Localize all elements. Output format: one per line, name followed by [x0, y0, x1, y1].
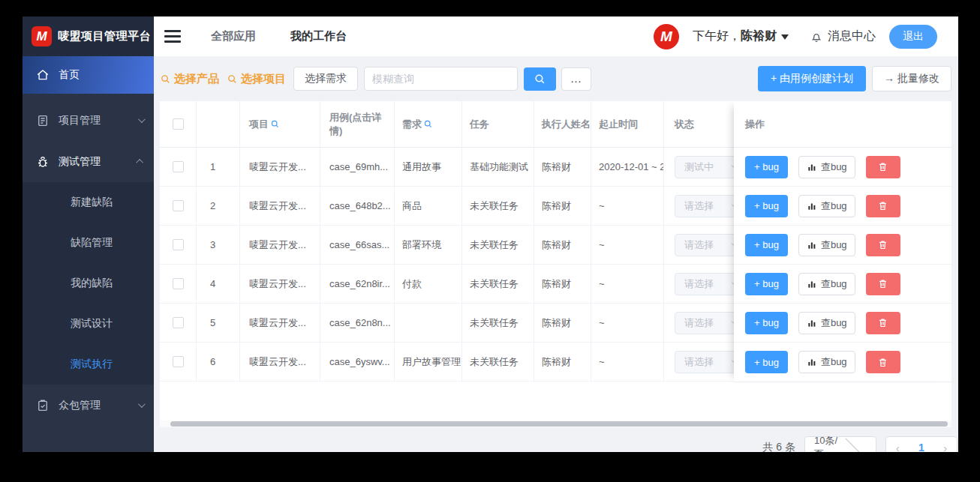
view-bug-button[interactable]: 查bug [798, 273, 855, 295]
delete-button[interactable] [866, 234, 900, 256]
cell-project: 唛盟云开发... [240, 226, 320, 264]
cell-requirement: 商品 [395, 187, 462, 225]
page-size-value: 10条/页 [814, 434, 842, 452]
view-bug-button[interactable]: 查bug [798, 234, 855, 256]
chevron-down-icon [138, 400, 146, 408]
actions-row: + bug 查bug [734, 226, 951, 265]
select-product-link[interactable]: 选择产品 [160, 72, 219, 86]
more-filters-button[interactable]: ... [561, 67, 591, 91]
cell-case[interactable]: case_62n8ir... [320, 265, 395, 303]
cell-requirement: 付款 [395, 265, 462, 303]
sidebar-item-crowdsourcing[interactable]: 众包管理 [23, 385, 154, 426]
cell-case[interactable]: case_62n8n... [320, 304, 395, 342]
row-checkbox[interactable] [173, 278, 184, 289]
view-bug-button[interactable]: 查bug [798, 351, 855, 373]
row-checkbox[interactable] [173, 239, 184, 250]
sidebar-item-label: 众包管理 [59, 399, 138, 412]
cell-case[interactable]: case_69mh... [320, 148, 395, 186]
view-bug-label: 查bug [821, 316, 847, 330]
view-bug-label: 查bug [821, 160, 847, 174]
cell-executor: 陈裕财 [534, 187, 591, 225]
add-bug-button[interactable]: + bug [745, 195, 788, 217]
sidebar-item-test-mgmt[interactable]: 测试管理 [23, 141, 154, 182]
view-bug-label: 查bug [821, 277, 847, 291]
add-bug-button[interactable]: + bug [745, 351, 788, 373]
view-bug-button[interactable]: 查bug [798, 156, 855, 178]
sidebar-item-defect-mgmt[interactable]: 缺陷管理 [23, 223, 154, 263]
sidebar: M 唛盟项目管理平台 首页 项目管理 测试管理 新建缺陷 [23, 16, 154, 452]
sidebar-item-label: 测试执行 [71, 358, 113, 371]
actions-body: + bug 查bug + bug 查bug + bug 查bug + bug [734, 148, 951, 382]
hamburger-menu-icon[interactable] [164, 27, 181, 46]
row-checkbox[interactable] [173, 356, 184, 367]
top-nav: 全部应用 我的工作台 [211, 29, 347, 43]
logout-button[interactable]: 退出 [889, 25, 937, 49]
prev-page-button[interactable]: ‹ [896, 442, 900, 453]
bar-chart-icon [807, 318, 817, 328]
cell-case[interactable]: case_66sas... [320, 226, 395, 264]
message-center[interactable]: 消息中心 [810, 28, 876, 44]
chevron-down-icon [845, 435, 868, 452]
delete-button[interactable] [866, 273, 900, 295]
delete-button[interactable] [866, 351, 900, 373]
add-bug-button[interactable]: + bug [745, 273, 788, 295]
sidebar-item-new-defect[interactable]: 新建缺陷 [23, 182, 154, 223]
cell-project: 唛盟云开发... [240, 148, 320, 186]
delete-button[interactable] [866, 312, 900, 334]
sidebar-item-label: 新建缺陷 [71, 196, 113, 209]
test-plan-table: 项目 用例(点击详情) 需求 任务 执行人姓名 起止时间 状态 1 唛盟云开发.… [160, 101, 951, 427]
cell-index: 1 [197, 148, 240, 186]
message-center-label: 消息中心 [828, 28, 876, 44]
bar-chart-icon [807, 201, 817, 211]
create-plan-button[interactable]: + 由用例创建计划 [758, 66, 866, 91]
delete-button[interactable] [866, 156, 900, 178]
select-all-checkbox[interactable] [173, 118, 184, 130]
cell-case[interactable]: case_648b2... [320, 187, 395, 225]
user-name: 陈裕财 [741, 29, 777, 42]
add-bug-button[interactable]: + bug [745, 312, 788, 334]
sidebar-item-label: 测试设计 [71, 317, 113, 331]
user-greeting[interactable]: 下午好，陈裕财 [693, 28, 789, 44]
row-checkbox[interactable] [173, 317, 184, 328]
delete-button[interactable] [866, 195, 900, 217]
horizontal-scrollbar[interactable] [160, 421, 951, 427]
next-page-button[interactable]: › [943, 442, 947, 453]
col-header-case: 用例(点击详情) [320, 101, 395, 147]
search-icon[interactable] [423, 119, 433, 129]
bar-chart-icon [807, 240, 817, 250]
batch-edit-button[interactable]: → 批量修改 [872, 66, 951, 91]
cell-case[interactable]: case_6yswv... [320, 343, 395, 381]
row-checkbox[interactable] [173, 200, 184, 211]
sidebar-item-my-defects[interactable]: 我的缺陷 [23, 263, 154, 304]
row-checkbox[interactable] [173, 161, 184, 172]
add-bug-button[interactable]: + bug [745, 234, 788, 256]
fuzzy-search-input[interactable] [364, 67, 518, 91]
tab-all-apps[interactable]: 全部应用 [211, 29, 256, 43]
search-icon[interactable] [270, 119, 280, 129]
brand-logo-icon: M [32, 26, 52, 46]
view-bug-button[interactable]: 查bug [798, 312, 855, 334]
sidebar-item-project-mgmt[interactable]: 项目管理 [23, 100, 154, 141]
search-button[interactable] [524, 67, 556, 91]
cell-time: 2020-12-01 ~ 20 [591, 148, 664, 186]
view-bug-button[interactable]: 查bug [798, 195, 855, 217]
search-icon [227, 73, 238, 85]
cell-index: 4 [197, 265, 240, 303]
cell-requirement: 通用故事 [395, 148, 462, 186]
scrollbar-thumb[interactable] [170, 421, 948, 427]
select-requirement-button[interactable]: 选择需求 [293, 67, 358, 91]
tab-my-workbench[interactable]: 我的工作台 [290, 29, 347, 43]
view-bug-label: 查bug [821, 199, 847, 213]
page-number-1[interactable]: 1 [918, 442, 924, 452]
sidebar-item-label: 缺陷管理 [71, 236, 113, 250]
main-content: 选择产品 选择项目 选择需求 ... + 由用例创建计划 → 批量修改 [154, 56, 958, 452]
add-bug-button[interactable]: + bug [745, 156, 788, 178]
avatar[interactable]: M [654, 24, 679, 49]
select-project-link[interactable]: 选择项目 [227, 72, 286, 86]
trash-icon [877, 200, 888, 211]
sidebar-item-test-execution[interactable]: 测试执行 [23, 344, 154, 385]
page-size-select[interactable]: 10条/页 [804, 436, 876, 452]
pager: ‹ 1 › [885, 436, 957, 452]
sidebar-item-test-design[interactable]: 测试设计 [23, 304, 154, 344]
sidebar-item-home[interactable]: 首页 [23, 56, 154, 94]
